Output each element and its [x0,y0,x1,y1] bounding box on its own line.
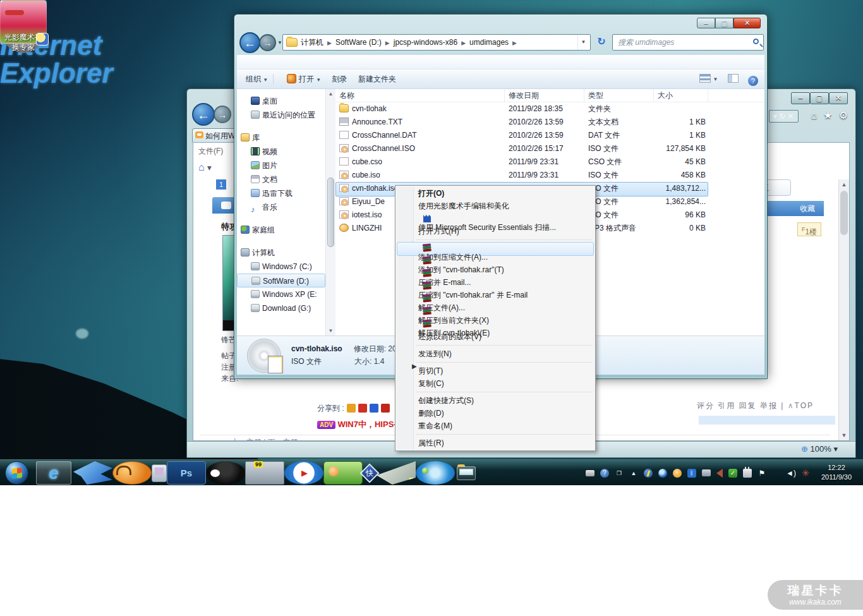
sidebar-item-documents[interactable]: 文档 [237,172,325,186]
menu-item-add-to-archive[interactable]: 添加到压缩文件(A)... ▶ [395,242,595,255]
tray-help-icon[interactable]: ? [600,469,609,478]
tray-safe-icon[interactable]: ✓ [728,469,737,478]
address-bar[interactable]: 计算机▶SoftWare (D:)▶jpcsp-windows-x86▶umdi… [282,34,591,51]
burn-button[interactable]: 刻录 [332,74,347,85]
change-view-icon[interactable] [699,74,711,83]
scroll-thumb[interactable] [840,191,848,235]
tray-display-icon[interactable] [702,469,711,476]
tray-flashget-bolt-icon[interactable] [644,469,653,478]
refresh-icon[interactable]: ↻ [593,34,610,51]
settings-gear-icon[interactable]: ⚙ [839,110,848,121]
taskbar-ie-icon[interactable]: e [36,461,71,485]
favorite-label[interactable]: 收藏 [800,203,815,214]
file-name-cell[interactable]: Announce.TXT [339,116,504,129]
tray-power-plug-icon[interactable] [743,469,752,478]
tray-network-flag-icon[interactable]: ⚑ [757,469,766,478]
cube.iso[interactable]: cube.iso 2011/9/9 23:31 ISO 文件 458 KB [335,169,764,182]
taskbar-pps-icon[interactable] [323,461,363,485]
tray-show-hidden-icon[interactable]: ▲ [629,469,638,478]
tray-update-icon[interactable]: ^ [673,469,682,478]
desktop-icon-neat-image[interactable]: 光影魔术手 [0,0,47,44]
file-name-cell[interactable]: CrossChannel.DAT [339,129,504,142]
CrossChannel.DAT[interactable]: CrossChannel.DAT 2010/2/26 13:59 DAT 文件 … [335,129,764,142]
taskbar-pc-suite-icon[interactable] [152,464,167,482]
search-box[interactable]: 搜索 umdimages [612,34,764,51]
sidebar-item-drive-g[interactable]: Download (G:) [237,301,325,315]
menu-item-open[interactable]: 打开(O) ▶ [395,187,595,200]
taskbar-rising-av-icon[interactable] [416,461,455,485]
refresh-stop-group[interactable]: ▾ ↻ ✕ [769,110,799,123]
page-number-badge[interactable]: 1 [216,179,226,190]
scroll-down-icon[interactable]: ▼ [839,430,849,440]
menu-item-compress-and-email[interactable]: 压缩并 E-mail... ▶ [395,267,595,280]
menu-bar-item[interactable] [287,57,300,62]
share-icon-4[interactable] [381,404,390,413]
scroll-up-icon[interactable]: ▲ [839,179,849,190]
browser-forward-button[interactable]: → [214,106,231,123]
sidebar-scrollbar[interactable]: ▲ ▼ [325,89,335,335]
tray-windows-icon[interactable]: ❐ [615,469,624,478]
close-button[interactable]: ✕ [733,18,761,28]
share-icon-1[interactable] [347,404,356,413]
sidebar-item-desktop[interactable]: 桌面 [237,94,325,108]
taskbar-music-player-icon[interactable] [112,461,152,485]
menu-item-create-shortcut[interactable]: 创建快捷方式(S) ▶ [395,394,595,407]
preview-pane-icon[interactable] [728,74,739,83]
menu-item-extract-files[interactable]: 解压文件(A)... ▶ [395,293,595,305]
back-button[interactable]: ← [239,32,260,53]
start-button[interactable] [5,461,28,485]
top-link[interactable]: TOP [795,401,814,410]
taskbar-media-play-icon[interactable]: ▶ [284,461,323,485]
column-header-date[interactable]: 修改日期 [505,89,584,102]
close-button[interactable]: ✕ [829,92,848,104]
help-icon[interactable]: ? [748,76,758,86]
maximize-button[interactable]: ▢ [810,92,829,104]
tray-keyboard-icon[interactable] [586,470,594,476]
share-icon-2[interactable] [358,404,367,413]
menu-item-edit-with-neat-image[interactable]: 使用光影魔术手编辑和美化 ▶ [395,200,595,212]
sidebar-item-computer[interactable]: 计算机 [237,246,325,260]
menu-item-extract-to-folder[interactable]: 解压到 cvn-tlohak\(E) ▶ [395,318,595,330]
CrossChannel.ISO[interactable]: CrossChannel.ISO 2010/2/26 15:17 ISO 文件 … [335,142,764,155]
menu-item-copy[interactable]: 复制(C) ▶ [395,377,595,390]
chevron-right-icon[interactable]: ▶ [509,40,521,46]
menu-bar-item[interactable] [237,57,250,62]
tray-volume-icon[interactable]: ◄) [787,469,795,478]
file-name-cell[interactable]: CrossChannel.ISO [339,142,504,155]
file-name-cell[interactable]: cube.iso [339,169,504,182]
cube.cso[interactable]: cube.cso 2011/9/9 23:31 CSO 文件 45 KB [335,155,764,169]
menu-bar-item[interactable] [250,57,262,62]
cvn-tlohak[interactable]: cvn-tlohak 2011/9/28 18:35 文件夹 [335,102,764,116]
taskbar-rising-monitor-icon[interactable]: 99 [245,461,284,485]
taskbar-explorer-icon[interactable] [457,466,476,480]
column-header-type[interactable]: 类型 [584,89,654,102]
scroll-up-icon[interactable]: ▲ [326,89,335,99]
menu-item-restore-previous-versions[interactable]: 还原以前的版本(V) ▶ [395,330,595,343]
minimize-button[interactable]: – [791,92,810,104]
taskbar-qq-icon[interactable] [206,461,245,485]
menu-bar-item[interactable] [275,57,287,62]
scroll-down-icon[interactable]: ▼ [326,326,335,335]
browser-back-button[interactable]: ← [192,103,215,126]
tray-bluetooth-icon[interactable]: ᛒ [687,469,696,478]
forward-button[interactable]: → [259,34,276,51]
address-dropdown-icon[interactable]: ▼ [577,35,589,50]
share-icon-3[interactable] [370,404,378,413]
breadcrumb-label[interactable]: 计算机 [301,38,323,47]
menu-item-properties[interactable]: 属性(R) ▶ [395,437,595,449]
tray-swirl-icon[interactable] [658,469,667,478]
minimize-button[interactable]: – [697,18,715,28]
sidebar-item-videos[interactable]: 视频 [237,145,325,159]
taskbar-kaka-icon[interactable] [377,461,416,485]
open-button[interactable]: 打开 ▼ [287,74,321,85]
breadcrumb-label[interactable]: jpcsp-windows-x86 [394,38,457,47]
taskbar-thunder-icon[interactable] [73,461,112,485]
page-home-icon[interactable]: ⌂ ▾ [198,162,212,173]
tray-signal-bars-icon[interactable] [772,469,781,478]
favorites-star-icon[interactable]: ★ [823,110,832,121]
menu-item-open-with[interactable]: 打开方式(H) ▶ [395,225,595,238]
ad-row[interactable]: ADV WIN7中，HIPS- [317,419,397,430]
taskbar-photoshop-icon[interactable]: Ps [167,461,206,485]
sidebar-item-music[interactable]: 音乐 [237,200,325,214]
caret-down-icon[interactable]: ▼ [713,76,718,82]
